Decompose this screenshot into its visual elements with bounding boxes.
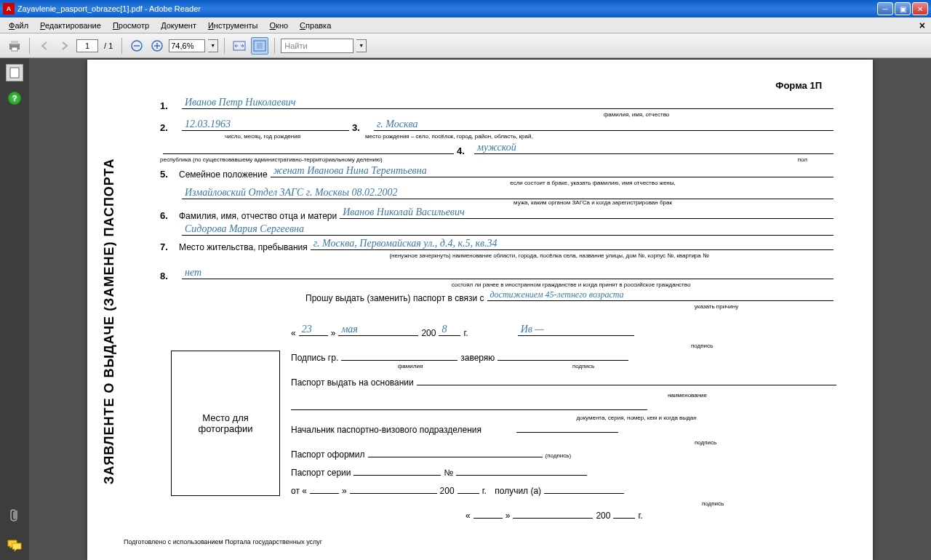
doc-close-button[interactable]: ×: [916, 20, 928, 31]
menu-edit[interactable]: Редактирование: [34, 20, 107, 31]
from-year-prefix: 200: [440, 486, 455, 496]
page-input[interactable]: [76, 39, 98, 52]
svg-rect-11: [10, 68, 19, 78]
arrow-left-icon: [39, 41, 49, 51]
arrow-right-icon: [60, 41, 70, 51]
field-4-value: мужской: [477, 142, 516, 153]
date-sign: Ив —: [521, 324, 544, 335]
menu-view[interactable]: Просмотр: [107, 20, 155, 31]
sign-hint1: фамилия: [352, 363, 468, 369]
basis-label: Паспорт выдать на основании: [291, 377, 414, 388]
from-label2: »: [342, 486, 347, 496]
field-4-hint: пол: [451, 156, 836, 163]
bdate-open: «: [466, 511, 471, 521]
find-dropdown[interactable]: ▼: [356, 39, 367, 52]
app-icon: A: [3, 3, 15, 15]
svg-rect-2: [12, 47, 17, 51]
field-5-num: 5.: [160, 169, 179, 180]
chief-hint: подпись: [575, 439, 836, 446]
field-6-num: 6.: [160, 210, 179, 221]
field-7-label: Место жительства, пребывания: [179, 242, 308, 252]
fit-page-icon: [253, 40, 266, 52]
bdate-close: »: [506, 511, 511, 521]
photo-placeholder: Место дляфотографии: [171, 351, 280, 496]
print-icon: [8, 39, 21, 52]
menu-bar: Файлdocument.currentScript.previousEleme…: [0, 17, 931, 33]
menu-file[interactable]: Файлdocument.currentScript.previousEleme…: [3, 20, 34, 31]
field-3-value: г. Москва: [377, 119, 418, 130]
sign-hint2: подпись: [518, 363, 649, 369]
field-8-num: 8.: [160, 271, 179, 281]
form-number: Форма 1П: [775, 80, 822, 91]
fit-page-button[interactable]: [251, 37, 268, 55]
sidebar: ?: [0, 58, 29, 560]
zoom-out-button[interactable]: [128, 37, 145, 55]
from-year-suffix: г.: [482, 486, 487, 496]
svg-rect-10: [257, 43, 263, 49]
print-button[interactable]: [6, 37, 23, 55]
menu-document[interactable]: Документ: [155, 20, 202, 31]
find-input[interactable]: Найти: [281, 39, 353, 53]
series-num-label: №: [444, 468, 453, 478]
fit-width-button[interactable]: [231, 37, 248, 55]
date-year: 8: [441, 324, 447, 335]
help-button[interactable]: ?: [8, 92, 21, 105]
field-1-num: 1.: [160, 100, 179, 111]
photo-label: Место дляфотографии: [198, 412, 252, 434]
minimize-button[interactable]: ─: [877, 2, 893, 15]
title-bar: A Zayavlenie_pasport_obrazec[1].pdf - Ad…: [0, 0, 931, 17]
menu-help[interactable]: Справка: [294, 20, 337, 31]
toolbar: / 1 74,6% ▼ Найти ▼: [0, 33, 931, 58]
field-5-label: Семейное положение: [179, 169, 268, 180]
footer-note: Подготовлено с использованием Портала го…: [124, 538, 322, 545]
field-7-hint: (ненужное зачеркнуть) наименование облас…: [262, 252, 836, 259]
from-hint: подпись: [589, 500, 836, 507]
page-total: / 1: [101, 41, 116, 50]
field-5-hint: если состоит в браке, указать фамилию, и…: [349, 180, 836, 186]
attachments-button[interactable]: [6, 506, 23, 524]
document-title-vertical: ЗАЯВЛЕНТЕ О ВЫДАЧЕ (ЗАМЕНЕ) ПАСПОРТА: [102, 132, 117, 511]
bdate-year-suffix: г.: [638, 511, 642, 521]
menu-tools[interactable]: Инструменты: [202, 20, 264, 31]
plus-icon: [151, 40, 163, 52]
field-4-num: 4.: [457, 145, 471, 156]
field-5b-value: Измайловский Отдел ЗАГС г. Москвы 08.02.…: [185, 187, 397, 199]
pages-panel-button[interactable]: [6, 64, 23, 81]
request-hint: указать причину: [596, 303, 836, 310]
basis-hint: наименование: [538, 392, 836, 399]
zoom-input[interactable]: 74,6%: [169, 39, 205, 52]
close-button[interactable]: ✕: [912, 2, 928, 15]
zoom-dropdown[interactable]: ▼: [208, 39, 218, 52]
sign-label: Подпись гр.: [291, 353, 338, 363]
paperclip-icon: [8, 508, 21, 522]
bdate-year-prefix: 200: [596, 511, 610, 521]
next-page-button[interactable]: [56, 37, 73, 55]
field-2-hint: число, месяц, год рождения: [179, 133, 346, 140]
field-2-value: 12.03.1963: [185, 119, 231, 130]
request-value: достижением 45-летнего возраста: [490, 289, 624, 300]
menu-window[interactable]: Окно: [264, 20, 295, 31]
field-5-value: женат Иванова Нина Терентьевна: [273, 165, 427, 177]
window-title: Zayavlenie_pasport_obrazec[1].pdf - Adob…: [17, 4, 876, 13]
issued-label: Паспорт оформил: [291, 449, 365, 460]
comments-button[interactable]: [6, 537, 23, 554]
prev-page-button[interactable]: [36, 37, 53, 55]
field-8-value: нет: [185, 267, 201, 279]
field-6-label: Фамилия, имя, отчество отца и матери: [179, 211, 337, 221]
document-viewport[interactable]: Форма 1П ЗАЯВЛЕНТЕ О ВЫДАЧЕ (ЗАМЕНЕ) ПАС…: [29, 58, 931, 560]
zoom-in-button[interactable]: [148, 37, 166, 55]
field-7-value: г. Москва, Первомайская ул., д.4, к.5, к…: [313, 238, 498, 249]
date-month: мая: [341, 324, 357, 335]
from-received: получил (а): [495, 486, 541, 496]
page-icon: [9, 67, 20, 79]
sign-label2: заверяю: [460, 353, 495, 363]
date-sign-hint: подпись: [567, 343, 836, 349]
field-1-hint: фамилия, имя, отчество: [436, 111, 836, 118]
maximize-button[interactable]: ▣: [895, 2, 911, 15]
chat-icon: [7, 539, 23, 552]
field-3b-hint: республика (по существовавшему администр…: [160, 156, 451, 163]
field-3-num: 3.: [352, 122, 371, 133]
field-6b-value: Сидорова Мария Сергеевна: [185, 223, 304, 235]
series-label: Паспорт серии: [291, 468, 351, 478]
date-day: 23: [302, 324, 312, 335]
